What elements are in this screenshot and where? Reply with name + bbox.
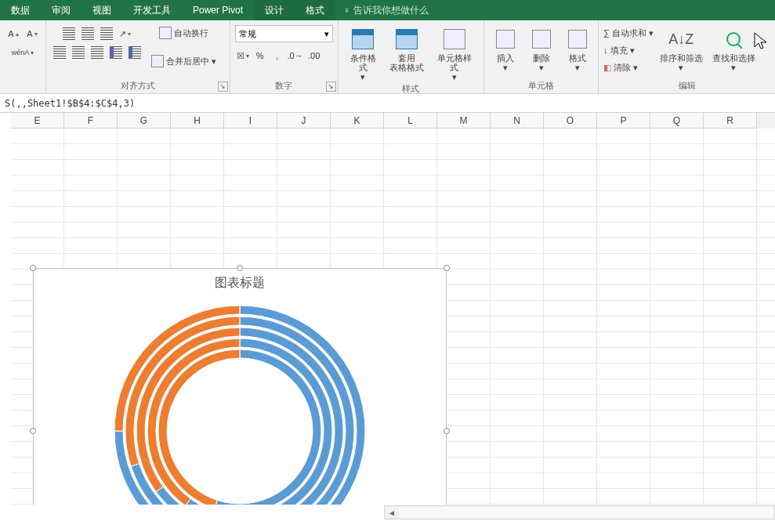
- wrap-text-button[interactable]: 自动换行: [159, 25, 208, 41]
- group-label-editing: 编辑: [603, 80, 770, 93]
- formula-bar[interactable]: S(,,Sheet1!$B$4:$C$4,3): [0, 94, 775, 113]
- worksheet-area[interactable]: EFGHIJKLMNOPQR 图表标题 1 2: [0, 113, 775, 505]
- percent-format-button[interactable]: %: [252, 47, 268, 64]
- find-select-button[interactable]: 查找和选择▾: [709, 25, 759, 74]
- align-bottom-icon: [100, 27, 113, 40]
- number-launcher[interactable]: ↘: [326, 81, 336, 92]
- insert-cells-icon: [496, 30, 515, 49]
- delete-cells-button[interactable]: 删除▾: [525, 25, 558, 74]
- align-left-icon: [53, 46, 66, 59]
- sigma-icon: ∑: [603, 28, 610, 38]
- column-header-K[interactable]: K: [331, 113, 384, 128]
- group-label-font: [5, 82, 41, 93]
- magnifier-icon: [726, 32, 741, 46]
- conditional-format-button[interactable]: 条件格式▾: [343, 25, 384, 83]
- align-middle-button[interactable]: [79, 25, 96, 42]
- column-header-Q[interactable]: Q: [650, 113, 704, 128]
- column-header-N[interactable]: N: [491, 113, 544, 128]
- clear-button[interactable]: ◧清除▾: [603, 60, 638, 75]
- formula-text: S(,,Sheet1!$B$4:$C$4,3): [5, 98, 135, 109]
- column-header-I[interactable]: I: [224, 113, 277, 128]
- align-center-button[interactable]: [70, 44, 87, 61]
- chart-object[interactable]: 图表标题 1 2: [33, 268, 447, 505]
- tab-developer[interactable]: 开发工具: [122, 0, 182, 20]
- align-top-icon: [63, 27, 75, 40]
- tab-view[interactable]: 视图: [81, 0, 122, 20]
- column-header-L[interactable]: L: [384, 113, 437, 128]
- column-header-E[interactable]: E: [11, 113, 64, 128]
- tell-me-placeholder: 告诉我你想做什么: [353, 4, 429, 17]
- format-as-table-icon: [396, 29, 418, 49]
- comma-format-button[interactable]: ,: [270, 47, 285, 64]
- tab-chart-format[interactable]: 格式: [295, 0, 335, 20]
- column-header-P[interactable]: P: [597, 113, 650, 128]
- decrease-font-button[interactable]: A▾: [24, 25, 41, 42]
- column-header-G[interactable]: G: [118, 113, 171, 128]
- align-left-button[interactable]: [51, 44, 68, 61]
- accounting-format-button[interactable]: ☒▾: [235, 47, 251, 64]
- fill-button[interactable]: ↓填充▾: [603, 42, 635, 58]
- ribbon-tab-bar: 数据 审阅 视图 开发工具 Power Pivot 设计 格式 ♀ 告诉我你想做…: [0, 0, 775, 20]
- resize-handle-tr[interactable]: [444, 265, 450, 271]
- eraser-icon: ◧: [603, 63, 611, 73]
- increase-indent-button[interactable]: [126, 44, 143, 61]
- format-cells-button[interactable]: 格式▾: [561, 25, 594, 74]
- sort-filter-icon: A↓Z: [668, 27, 694, 52]
- column-header-J[interactable]: J: [277, 113, 331, 128]
- format-as-table-button[interactable]: 套用 表格格式: [386, 25, 427, 74]
- tab-powerpivot[interactable]: Power Pivot: [182, 0, 254, 20]
- orientation-button[interactable]: ↗▾: [117, 25, 134, 42]
- tell-me-search[interactable]: ♀ 告诉我你想做什么: [343, 4, 429, 17]
- tab-chart-design[interactable]: 设计: [254, 0, 295, 20]
- column-header-R[interactable]: R: [704, 113, 757, 128]
- group-label-cells: 单元格: [489, 80, 593, 93]
- doughnut-chart-svg: [99, 298, 381, 505]
- conditional-format-icon: [352, 29, 374, 49]
- increase-decimal-button[interactable]: .0→: [287, 47, 304, 64]
- increase-font-button[interactable]: A▴: [5, 25, 22, 42]
- chart-title[interactable]: 图表标题: [34, 275, 446, 291]
- merge-center-label: 合并后居中: [166, 56, 209, 67]
- scroll-left-arrow[interactable]: ◄: [385, 508, 399, 517]
- align-middle-icon: [81, 27, 94, 40]
- fill-down-icon: ↓: [603, 45, 608, 55]
- format-cells-icon: [568, 30, 587, 49]
- group-label-alignment: 对齐方式: [51, 80, 225, 93]
- resize-handle-tl[interactable]: [30, 265, 36, 271]
- cell-styles-button[interactable]: 单元格样式▾: [430, 25, 479, 83]
- chart-plot-area[interactable]: [99, 298, 381, 505]
- align-bottom-button[interactable]: [98, 25, 115, 42]
- autosum-button[interactable]: ∑自动求和▾: [603, 25, 654, 41]
- number-format-combo[interactable]: 常规 ▾: [235, 25, 333, 42]
- column-header-H[interactable]: H: [171, 113, 224, 128]
- group-editing: ∑自动求和▾ ↓填充▾ ◧清除▾ A↓Z 排序和筛选▾ 查找和选择▾ 编辑: [599, 20, 775, 93]
- delete-cells-icon: [532, 30, 551, 49]
- wrap-text-label: 自动换行: [174, 27, 208, 39]
- phonetic-guide-button[interactable]: wénA▾: [10, 44, 36, 61]
- resize-handle-ml[interactable]: [30, 428, 36, 434]
- align-right-button[interactable]: [89, 44, 106, 61]
- align-center-icon: [72, 46, 85, 59]
- column-header-M[interactable]: M: [437, 113, 491, 128]
- horizontal-scrollbar[interactable]: ◄: [384, 505, 775, 519]
- column-header-O[interactable]: O: [544, 113, 597, 128]
- merge-center-icon: [151, 55, 164, 67]
- decrease-indent-button[interactable]: [107, 44, 125, 61]
- decrease-decimal-button[interactable]: .00: [306, 47, 323, 64]
- align-top-button[interactable]: [60, 25, 78, 42]
- cell-styles-icon: [444, 29, 465, 49]
- sort-filter-button[interactable]: A↓Z 排序和筛选▾: [657, 25, 706, 74]
- resize-handle-mr[interactable]: [444, 428, 450, 434]
- alignment-launcher[interactable]: ↘: [218, 81, 228, 92]
- resize-handle-tc[interactable]: [237, 265, 243, 271]
- wrap-text-icon: [159, 27, 172, 39]
- align-right-icon: [91, 46, 103, 59]
- insert-cells-button[interactable]: 插入▾: [489, 25, 522, 74]
- column-header-F[interactable]: F: [64, 113, 118, 128]
- merge-center-button[interactable]: 合并后居中▾: [151, 53, 216, 69]
- tab-review[interactable]: 审阅: [41, 0, 81, 20]
- tab-data[interactable]: 数据: [0, 0, 41, 20]
- decrease-indent-icon: [110, 46, 122, 59]
- scroll-track[interactable]: [399, 506, 774, 519]
- ribbon: A▴ A▾ wénA▾ ↗▾: [0, 20, 775, 94]
